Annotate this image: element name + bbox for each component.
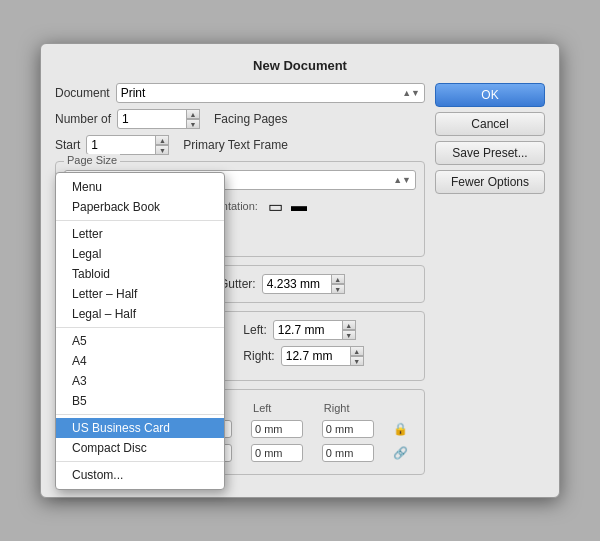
left-margin-input[interactable]: 12.7 mm [273,320,343,340]
left-margin-label: Left: [243,323,266,337]
gutter-stepper[interactable]: 4.233 mm ▲ ▼ [262,274,345,294]
pages-up-btn[interactable]: ▲ [186,109,200,119]
dropdown-item-letter[interactable]: Letter [56,224,224,244]
bleed-lock-icon[interactable]: 🔒 [393,422,408,436]
col-left: Left [249,400,318,416]
left-margin-row: Left: 12.7 mm ▲ ▼ [243,320,363,340]
slug-left-input[interactable] [251,444,303,462]
slug-right-cell [320,442,389,464]
bleed-lock-cell: 🔒 [391,418,414,440]
dropdown-item-a5[interactable]: A5 [56,331,224,351]
left-margin-stepper[interactable]: 12.7 mm ▲ ▼ [273,320,356,340]
dialog-right-panel: OK Cancel Save Preset... Fewer Options [435,83,545,483]
right-down-btn[interactable]: ▼ [350,356,364,366]
right-margin-stepper[interactable]: 12.7 mm ▲ ▼ [281,346,364,366]
bleed-left-input[interactable] [251,420,303,438]
dropdown-sep-3 [56,414,224,415]
col-right: Right [320,400,389,416]
page-size-group-label: Page Size [64,154,120,166]
dropdown-item-custom[interactable]: Custom... [56,465,224,485]
dropdown-item-letter-half[interactable]: Letter – Half [56,284,224,304]
slug-right-input[interactable] [322,444,374,462]
dropdown-popup: Menu Paperback Book Letter Legal Tabloid… [55,172,225,490]
gutter-down-btn[interactable]: ▼ [331,284,345,294]
slug-left-cell [249,442,318,464]
landscape-icon[interactable]: ▬ [291,197,307,215]
dropdown-item-tabloid[interactable]: Tabloid [56,264,224,284]
start-stepper[interactable]: 1 ▲ ▼ [86,135,169,155]
bleed-right-input[interactable] [322,420,374,438]
facing-pages-label: Facing Pages [214,112,287,126]
page-size-select-arrow: ▲▼ [393,175,411,185]
start-up-btn[interactable]: ▲ [155,135,169,145]
left-up-btn[interactable]: ▲ [342,320,356,330]
dialog-title: New Document [55,58,545,73]
primary-text-label: Primary Text Frame [183,138,287,152]
number-of-label: Number of [55,112,111,126]
dropdown-item-a3[interactable]: A3 [56,371,224,391]
document-label: Document [55,86,110,100]
save-preset-button[interactable]: Save Preset... [435,141,545,165]
dropdown-item-us-business-card[interactable]: US Business Card [56,418,224,438]
left-down-btn[interactable]: ▼ [342,330,356,340]
slug-lock-icon[interactable]: 🔗 [393,446,408,460]
start-down-btn[interactable]: ▼ [155,145,169,155]
right-margin-row: Right: 12.7 mm ▲ ▼ [243,346,363,366]
margins-right-col: Left: 12.7 mm ▲ ▼ Right: [243,320,363,372]
portrait-icon[interactable]: ▭ [268,197,283,216]
bleed-right-cell [320,418,389,440]
dropdown-sep-2 [56,327,224,328]
start-input[interactable]: 1 [86,135,156,155]
dropdown-item-compact-disc[interactable]: Compact Disc [56,438,224,458]
start-row: Start 1 ▲ ▼ Primary Text Frame [55,135,425,155]
new-document-dialog: New Document Document Print ▲▼ Number of… [40,43,560,498]
dropdown-item-paperback[interactable]: Paperback Book [56,197,224,217]
document-select-arrow: ▲▼ [402,88,420,98]
ok-button[interactable]: OK [435,83,545,107]
fewer-options-button[interactable]: Fewer Options [435,170,545,194]
page-size-dropdown: Menu Paperback Book Letter Legal Tabloid… [55,172,225,490]
cancel-button[interactable]: Cancel [435,112,545,136]
gutter-row: Gutter: 4.233 mm ▲ ▼ [219,274,345,294]
start-label: Start [55,138,80,152]
document-select-value: Print [121,86,146,100]
gutter-up-btn[interactable]: ▲ [331,274,345,284]
document-row: Document Print ▲▼ [55,83,425,103]
dropdown-item-b5[interactable]: B5 [56,391,224,411]
number-pages-input[interactable]: 1 [117,109,187,129]
pages-down-btn[interactable]: ▼ [186,119,200,129]
document-select[interactable]: Print ▲▼ [116,83,425,103]
right-up-btn[interactable]: ▲ [350,346,364,356]
number-pages-stepper[interactable]: 1 ▲ ▼ [117,109,200,129]
dropdown-item-legal[interactable]: Legal [56,244,224,264]
right-margin-input[interactable]: 12.7 mm [281,346,351,366]
slug-lock-cell: 🔗 [391,442,414,464]
dropdown-item-menu[interactable]: Menu [56,177,224,197]
dropdown-sep-4 [56,461,224,462]
dropdown-item-legal-half[interactable]: Legal – Half [56,304,224,324]
dropdown-item-a4[interactable]: A4 [56,351,224,371]
bleed-left-cell [249,418,318,440]
col-lock [391,400,414,416]
number-pages-row: Number of 1 ▲ ▼ Facing Pages [55,109,425,129]
dropdown-sep-1 [56,220,224,221]
gutter-input[interactable]: 4.233 mm [262,274,332,294]
right-margin-label: Right: [243,349,274,363]
